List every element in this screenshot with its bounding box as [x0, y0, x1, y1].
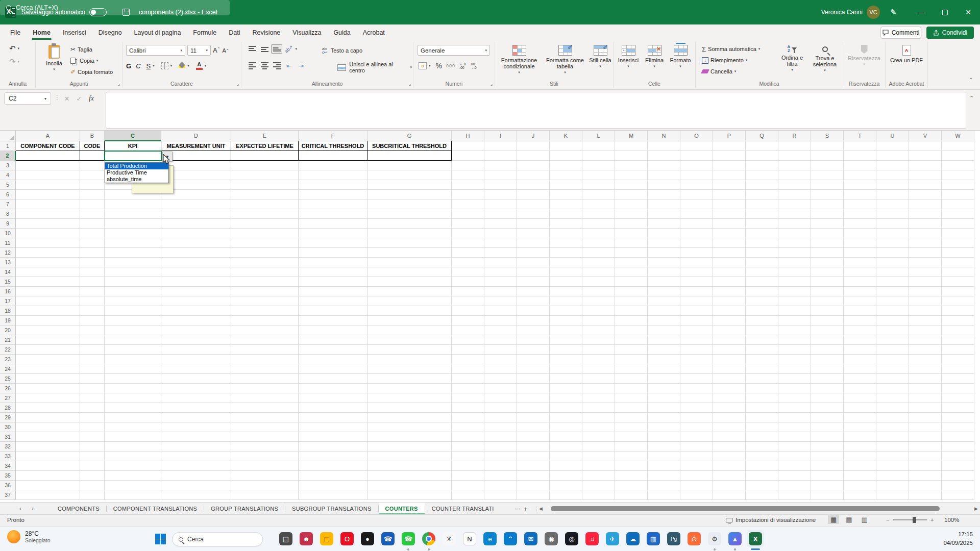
- copy-button[interactable]: Copia▾: [69, 56, 99, 65]
- whatsapp-icon[interactable]: ☎: [402, 532, 415, 545]
- scroll-left-icon[interactable]: ◀: [539, 506, 543, 511]
- column-header-O[interactable]: O: [680, 131, 713, 141]
- font-name-select[interactable]: Calibri▾: [126, 45, 185, 56]
- dark-app-icon[interactable]: ●: [361, 532, 374, 545]
- phone-icon[interactable]: ☎: [381, 532, 395, 545]
- menu-tab-home[interactable]: Home: [27, 24, 57, 41]
- sheet-tab-subgroup-translations[interactable]: SUBGROUP TRANSLATIONS: [285, 503, 378, 515]
- table-cell-empty[interactable]: [368, 151, 452, 161]
- column-header-F[interactable]: F: [299, 131, 368, 141]
- table-header-cell[interactable]: COMPONENT CODE: [16, 141, 80, 151]
- row-header-20[interactable]: 20: [0, 325, 16, 335]
- clipboard-launcher-icon[interactable]: ⌟: [118, 81, 120, 86]
- sort-filter-button[interactable]: AZ Ordina e filtra ▾: [776, 43, 808, 73]
- decrease-indent-button[interactable]: ⇤: [283, 61, 295, 70]
- row-header-22[interactable]: 22: [0, 345, 16, 355]
- orientation-button[interactable]: ab↗▾: [283, 44, 298, 54]
- redo-button[interactable]: ↷▾: [8, 57, 20, 66]
- zoom-slider[interactable]: [893, 519, 927, 520]
- horizontal-scrollbar[interactable]: ◀ ▶: [539, 503, 978, 515]
- menu-tab-visualizza[interactable]: Visualizza: [286, 24, 327, 41]
- table-header-cell[interactable]: KPI: [105, 141, 161, 151]
- column-header-P[interactable]: P: [713, 131, 746, 141]
- confirm-entry-icon[interactable]: ✓: [74, 92, 85, 105]
- row-header-19[interactable]: 19: [0, 316, 16, 325]
- row-header-3[interactable]: 3: [0, 161, 16, 170]
- column-header-N[interactable]: N: [648, 131, 680, 141]
- menu-tab-file[interactable]: File: [4, 24, 27, 41]
- format-as-table-button[interactable]: ✐ Formatta come tabella ▾: [543, 43, 587, 76]
- row-header-5[interactable]: 5: [0, 180, 16, 190]
- shrink-font-button[interactable]: A⌄: [223, 47, 229, 54]
- music-icon[interactable]: ♫: [585, 532, 599, 545]
- column-header-A[interactable]: A: [16, 131, 80, 141]
- prev-sheet-icon[interactable]: ‹: [19, 505, 21, 512]
- scrollbar-thumb[interactable]: [551, 506, 940, 511]
- row-header-32[interactable]: 32: [0, 442, 16, 452]
- table-header-cell[interactable]: EXPECTED LIFETIME: [231, 141, 299, 151]
- taskbar-search[interactable]: Cerca: [172, 532, 263, 546]
- row-header-10[interactable]: 10: [0, 229, 16, 238]
- save-icon[interactable]: [122, 0, 130, 24]
- select-all-corner[interactable]: [0, 131, 16, 141]
- row-header-17[interactable]: 17: [0, 296, 16, 306]
- column-header-D[interactable]: D: [161, 131, 231, 141]
- comma-style-button[interactable]: 000: [446, 63, 455, 68]
- increase-decimal-button[interactable]: ←.0.00: [459, 62, 466, 69]
- bold-button[interactable]: G: [126, 62, 131, 70]
- row-header-23[interactable]: 23: [0, 355, 16, 364]
- create-pdf-button[interactable]: A Crea un PDF: [889, 43, 924, 63]
- row-header-25[interactable]: 25: [0, 374, 16, 384]
- underline-button[interactable]: S▾: [145, 61, 156, 70]
- chrome-icon[interactable]: [422, 532, 435, 545]
- row-header-29[interactable]: 29: [0, 413, 16, 422]
- align-top-button[interactable]: [247, 44, 258, 54]
- column-header-G[interactable]: G: [368, 131, 452, 141]
- onedrive-icon[interactable]: ☁: [626, 532, 640, 545]
- italic-button[interactable]: C: [136, 62, 140, 70]
- task-view-icon[interactable]: ▤: [279, 532, 292, 545]
- table-cell-empty[interactable]: [16, 151, 80, 161]
- table-cell-empty[interactable]: [80, 151, 105, 161]
- zoom-in-icon[interactable]: +: [930, 517, 934, 523]
- number-format-select[interactable]: Generale▾: [418, 45, 490, 56]
- active-cell-C2[interactable]: [104, 151, 162, 161]
- row-header-14[interactable]: 14: [0, 267, 16, 277]
- delete-cells-button[interactable]: ✕ Elimina▾: [642, 43, 667, 69]
- postman-icon[interactable]: ⊙: [688, 532, 701, 545]
- excel-app-icon[interactable]: [5, 0, 16, 24]
- maximize-button[interactable]: [933, 0, 957, 24]
- excel-icon[interactable]: X: [749, 532, 762, 545]
- column-header-H[interactable]: H: [452, 131, 484, 141]
- formula-input[interactable]: [106, 92, 966, 129]
- settings-icon[interactable]: ⚙: [708, 532, 721, 545]
- toggle-off-icon[interactable]: [89, 8, 107, 16]
- row-header-26[interactable]: 26: [0, 384, 16, 393]
- cell-area[interactable]: COMPONENT CODECODEKPIMEASUREMENT UNITEXP…: [16, 141, 974, 502]
- row-header-36[interactable]: 36: [0, 481, 16, 490]
- merge-center-button[interactable]: ↔ Unisci e allinea al centro▾: [336, 63, 413, 72]
- align-left-button[interactable]: [247, 61, 258, 70]
- cell-styles-button[interactable]: ✐ Stili cella ▾: [588, 43, 612, 69]
- row-header-33[interactable]: 33: [0, 452, 16, 461]
- chatgpt-icon[interactable]: ✳: [443, 532, 456, 545]
- row-header-27[interactable]: 27: [0, 393, 16, 403]
- increase-indent-button[interactable]: ⇥: [296, 61, 307, 70]
- comments-button[interactable]: Commenti: [880, 27, 921, 39]
- contact-icon[interactable]: ☻: [300, 532, 313, 545]
- row-header-11[interactable]: 11: [0, 238, 16, 248]
- table-header-cell[interactable]: SUBCRITICAL THRESHOLD: [368, 141, 452, 151]
- telegram-icon[interactable]: ✈: [606, 532, 619, 545]
- steam-icon[interactable]: ◎: [565, 532, 578, 545]
- zoom-level[interactable]: 100%: [944, 517, 959, 523]
- namebox-resize-handle[interactable]: ⋮: [54, 94, 60, 101]
- user-name[interactable]: Veronica Carini: [821, 0, 863, 24]
- sheet-tab-components[interactable]: COMPONENTS: [51, 503, 106, 515]
- row-header-18[interactable]: 18: [0, 306, 16, 316]
- menu-tab-dati[interactable]: Dati: [223, 24, 246, 41]
- pen-mode-icon[interactable]: ✎: [890, 0, 897, 24]
- next-sheet-icon[interactable]: ›: [32, 505, 34, 512]
- row-header-30[interactable]: 30: [0, 422, 16, 432]
- dropdown-option[interactable]: Productive Time: [105, 169, 168, 176]
- column-header-R[interactable]: R: [778, 131, 811, 141]
